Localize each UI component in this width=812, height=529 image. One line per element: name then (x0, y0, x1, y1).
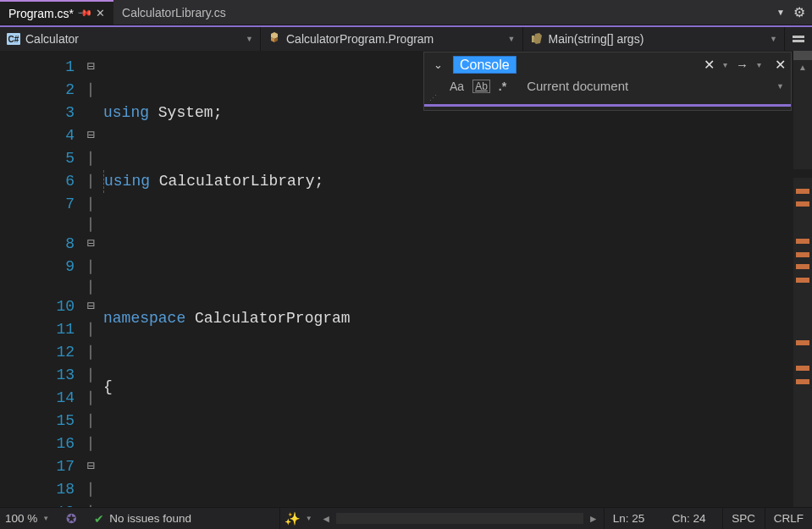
line-number: 9 (0, 256, 75, 278)
line-number: 8 (0, 233, 75, 256)
line-number: 3 (0, 102, 75, 124)
chevron-down-icon: ▼ (42, 515, 49, 522)
csharp-icon: C# (7, 33, 20, 45)
scroll-up-icon[interactable]: ▲ (793, 63, 812, 72)
cleanup-button[interactable]: ✨▼ (280, 508, 316, 529)
chevron-down-icon: ▼ (770, 35, 777, 43)
gear-icon[interactable]: ⚙ (793, 4, 805, 20)
tab-label: Program.cs* (8, 7, 74, 20)
code-area[interactable]: using System; using CalculatorLibrary; n… (100, 51, 812, 507)
status-bar: 100 % ▼ ✪ ✔ No issues found ✨▼ ◄ ► Ln: 2… (0, 507, 812, 529)
split-handle[interactable] (793, 51, 812, 60)
line-number: 10 (0, 295, 75, 318)
match-case-toggle[interactable]: Aa (450, 80, 464, 93)
find-scope-label[interactable]: Current document (527, 79, 768, 93)
dropdown-icon[interactable]: ▾ (757, 60, 761, 69)
chevron-down-icon[interactable]: ▼ (776, 82, 784, 91)
indent-mode[interactable]: SPC (723, 508, 765, 529)
find-input[interactable]: Console (453, 56, 516, 74)
brain-icon: ✪ (66, 511, 77, 526)
line-number-gutter: 1 2 3 4 5 6 7 8 9 10 11 12 13 14 15 16 1… (0, 51, 81, 507)
check-icon: ✔ (94, 512, 104, 526)
chevron-down-icon: ▼ (508, 35, 516, 43)
close-icon[interactable]: ✕ (96, 7, 105, 19)
scroll-left-icon[interactable]: ◄ (321, 513, 331, 525)
expand-replace-icon[interactable]: ⌄ (431, 58, 445, 71)
line-number: 1 (0, 56, 75, 79)
line-number: 7 (0, 193, 75, 216)
zoom-level[interactable]: 100 % ▼ (0, 508, 58, 529)
line-number: 2 (0, 79, 75, 102)
line-number: 4 (0, 124, 75, 147)
line-number: 17 (0, 455, 75, 478)
fold-toggle[interactable]: ⊟ (81, 124, 100, 147)
line-number: 5 (0, 147, 75, 170)
nav-member-label: Main(string[] args) (549, 32, 644, 46)
line-number: 15 (0, 410, 75, 433)
scroll-right-icon[interactable]: ► (588, 513, 599, 525)
svg-rect-2 (793, 40, 804, 42)
whole-word-toggle[interactable]: Ab (472, 80, 490, 93)
fold-toggle[interactable]: ⊟ (81, 56, 100, 79)
vertical-scrollbar[interactable]: ▲ (793, 51, 812, 507)
line-number: 11 (0, 318, 75, 341)
split-editor-button[interactable] (785, 27, 812, 51)
split-icon (792, 32, 805, 46)
line-number: 16 (0, 433, 75, 455)
class-icon (268, 32, 281, 46)
horizontal-scrollbar[interactable]: ◄ ► (316, 508, 605, 529)
nav-type-label: CalculatorProgram.Program (286, 32, 434, 46)
tab-overflow-dropdown[interactable]: ▼ (776, 8, 785, 17)
pin-icon[interactable]: 📌 (76, 5, 92, 21)
fold-gutter: ⊟ │ ⊟ │││ │ ⊟ │ │ ⊟ ││││││ ⊟ ││ (81, 51, 100, 507)
navigation-bar: C# Calculator ▼ CalculatorProgram.Progra… (0, 25, 812, 51)
find-next-icon[interactable]: → (736, 58, 748, 72)
fold-toggle[interactable]: ⊟ (81, 455, 100, 478)
tab-program-cs[interactable]: Program.cs* 📌 ✕ (0, 0, 113, 25)
close-icon[interactable]: ✕ (704, 57, 715, 73)
resize-grip-icon[interactable]: ⋰ (424, 94, 791, 102)
error-list-status[interactable]: ✔ No issues found (86, 508, 280, 529)
caret-line[interactable]: Ln: 25 (605, 508, 664, 529)
dropdown-icon[interactable]: ▾ (723, 60, 727, 69)
line-number: 6 (0, 170, 75, 193)
tab-calculatorlibrary-cs[interactable]: CalculatorLibrary.cs (113, 0, 235, 25)
close-find-icon[interactable]: ✕ (775, 57, 786, 73)
regex-toggle[interactable]: .* (499, 80, 506, 93)
fold-toggle[interactable]: ⊟ (81, 233, 100, 256)
tab-label: CalculatorLibrary.cs (122, 6, 226, 19)
method-icon (530, 32, 544, 46)
wand-icon: ✨ (284, 511, 301, 526)
intellicode-button[interactable]: ✪ (58, 508, 86, 529)
caret-col[interactable]: Ch: 24 (664, 508, 723, 529)
line-number: 13 (0, 364, 75, 387)
line-number: 18 (0, 478, 75, 501)
line-number: 12 (0, 341, 75, 364)
chevron-down-icon: ▼ (246, 35, 253, 43)
line-ending[interactable]: CRLF (765, 508, 812, 529)
line-number: 14 (0, 387, 75, 410)
code-editor[interactable]: 1 2 3 4 5 6 7 8 9 10 11 12 13 14 15 16 1… (0, 51, 812, 507)
fold-toggle[interactable]: ⊟ (81, 295, 100, 318)
svg-rect-1 (793, 36, 804, 38)
document-tabs: Program.cs* 📌 ✕ CalculatorLibrary.cs ▼ ⚙ (0, 0, 812, 25)
nav-project[interactable]: C# Calculator ▼ (0, 27, 261, 51)
find-panel: ⌄ Console ✕ ▾ → ▾ ✕ Aa Ab .* Current doc… (423, 52, 792, 111)
nav-member[interactable]: Main(string[] args) ▼ (523, 27, 786, 51)
nav-type[interactable]: CalculatorProgram.Program ▼ (261, 27, 523, 51)
nav-project-label: Calculator (25, 32, 79, 46)
